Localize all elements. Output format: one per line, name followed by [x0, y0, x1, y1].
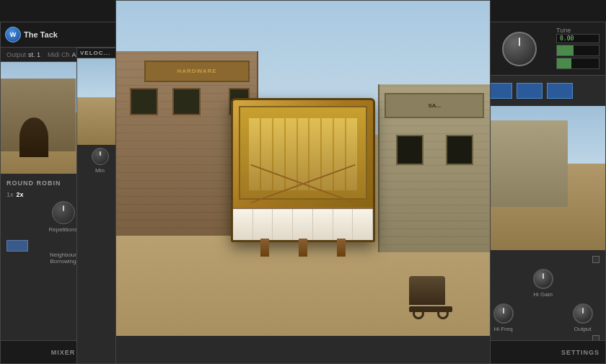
rep-2x[interactable]: 2x [17, 191, 24, 198]
preset-buttons [486, 83, 600, 99]
wkey-7 [353, 209, 373, 240]
wkey-4 [293, 209, 313, 240]
repetitions-label: Repetitions [48, 226, 77, 233]
hi-gain-empty [486, 269, 520, 298]
min-knob-wrap: Min [80, 148, 120, 174]
right-tune-area: Tune 0.00 [480, 22, 605, 76]
left-panel-header: W The Tack [1, 22, 126, 48]
hi-gain-empty2 [566, 269, 600, 298]
piano-instrument [231, 98, 375, 242]
neighbour-borrowing-toggle[interactable] [6, 240, 28, 252]
piano-frame [239, 106, 367, 200]
min-knob[interactable] [92, 148, 109, 165]
hi-freq-cell: Hi Freq [486, 303, 520, 332]
left-mixer-tab[interactable]: MIXER [51, 349, 76, 356]
right-output-knob[interactable] [573, 303, 593, 324]
hi-gain-cell: Hi Gain [526, 269, 560, 298]
right-figure [409, 262, 452, 319]
leg-1 [260, 239, 269, 257]
piano-legs [245, 239, 361, 257]
main-instrument-panel: ✦ ▼ The Tack ◀ ▶ 📷 i S M Output st. 1 [115, 0, 491, 364]
wkey-1 [233, 209, 253, 240]
right-output-cell: Output [566, 303, 600, 332]
right-tune-row: Tune 0.00 [486, 27, 600, 71]
leg-2 [299, 239, 307, 257]
right-output-label: Output [574, 326, 591, 332]
leg-3 [337, 239, 346, 257]
tune-meter-1 [556, 45, 600, 56]
left-panel-title: The Tack [24, 30, 58, 39]
hi-gain-knob[interactable] [533, 269, 553, 289]
right-buildings: SA... [378, 84, 490, 252]
preset-btn-3[interactable] [547, 83, 573, 99]
tune-label: Tune [556, 27, 600, 34]
right-checkbox-row [486, 256, 600, 263]
preset-btn-2[interactable] [517, 83, 543, 99]
right-instrument-panel: Tune 0.00 [480, 22, 606, 364]
right-checkbox[interactable] [592, 256, 600, 263]
meter-fill-2 [557, 58, 571, 68]
wkey-6 [333, 209, 354, 240]
wkey-5 [313, 209, 333, 240]
instrument-scene: HARDWARE SA... [116, 1, 490, 336]
right-tune-display: Tune 0.00 [556, 27, 600, 71]
right-tune-knob[interactable] [502, 32, 537, 66]
piano-decoration [247, 173, 359, 195]
left-output-info: Output st. 1 [6, 51, 40, 58]
hi-gain-label: Hi Gain [533, 291, 553, 298]
min-label: Min [95, 167, 105, 174]
tune-value-display: 0.00 [556, 34, 600, 43]
right-bottom-tab: SETTINGS [480, 340, 605, 363]
tune-meter-2 [556, 58, 600, 69]
mid-empty [526, 303, 560, 332]
left-logo: W [5, 27, 21, 43]
rep-1x[interactable]: 1x [6, 191, 14, 198]
piano-keyboard [233, 208, 373, 240]
piano-body [231, 98, 375, 242]
knob-grid: Hi Gain Hi Freq Output [486, 269, 600, 332]
settings-tab-label[interactable]: SETTINGS [561, 349, 600, 356]
hi-freq-label: Hi Freq [493, 326, 512, 332]
repetitions-knob[interactable] [52, 201, 75, 224]
right-panel-image [480, 106, 605, 250]
wkey-3 [273, 209, 293, 240]
left-instrument-panel: W The Tack Output st. 1 Midi Ch A | 1 RO… [0, 22, 126, 364]
hi-freq-knob[interactable] [493, 303, 514, 324]
meter-fill-1 [557, 45, 574, 56]
wkey-2 [253, 209, 273, 240]
